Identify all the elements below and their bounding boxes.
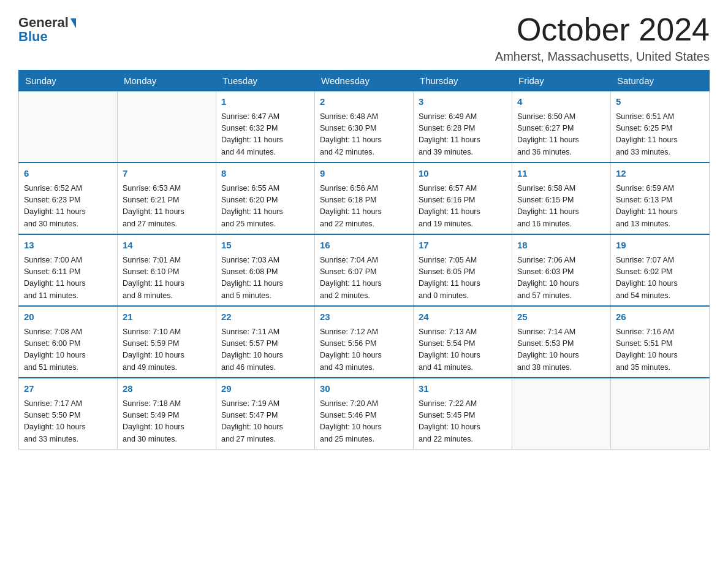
calendar-cell: 5Sunrise: 6:51 AMSunset: 6:25 PMDaylight… bbox=[611, 91, 710, 163]
logo: General Blue bbox=[18, 15, 76, 45]
weekday-header: Thursday bbox=[414, 71, 512, 91]
day-info: Sunrise: 6:53 AMSunset: 6:21 PMDaylight:… bbox=[123, 183, 211, 231]
calendar-week-row: 1Sunrise: 6:47 AMSunset: 6:32 PMDaylight… bbox=[19, 91, 710, 163]
calendar-cell: 7Sunrise: 6:53 AMSunset: 6:21 PMDaylight… bbox=[118, 163, 216, 234]
day-number: 4 bbox=[517, 95, 605, 109]
day-number: 25 bbox=[517, 310, 605, 324]
page-header: General Blue October 2024 Amherst, Massa… bbox=[18, 12, 710, 64]
calendar-cell: 2Sunrise: 6:48 AMSunset: 6:30 PMDaylight… bbox=[315, 91, 414, 163]
calendar-cell: 8Sunrise: 6:55 AMSunset: 6:20 PMDaylight… bbox=[216, 163, 315, 234]
day-number: 3 bbox=[419, 95, 507, 109]
day-info: Sunrise: 6:58 AMSunset: 6:15 PMDaylight:… bbox=[517, 183, 605, 231]
day-info: Sunrise: 7:01 AMSunset: 6:10 PMDaylight:… bbox=[123, 255, 211, 302]
calendar-cell: 3Sunrise: 6:49 AMSunset: 6:28 PMDaylight… bbox=[414, 91, 512, 163]
day-info: Sunrise: 6:47 AMSunset: 6:32 PMDaylight:… bbox=[221, 111, 309, 159]
day-info: Sunrise: 6:51 AMSunset: 6:25 PMDaylight:… bbox=[616, 111, 704, 159]
day-number: 15 bbox=[221, 239, 309, 253]
day-number: 31 bbox=[419, 382, 507, 396]
weekday-header: Wednesday bbox=[315, 71, 414, 91]
day-info: Sunrise: 6:50 AMSunset: 6:27 PMDaylight:… bbox=[517, 111, 605, 159]
day-number: 28 bbox=[123, 382, 211, 396]
day-number: 14 bbox=[123, 239, 211, 253]
day-number: 17 bbox=[419, 239, 507, 253]
day-info: Sunrise: 7:20 AMSunset: 5:46 PMDaylight:… bbox=[320, 398, 408, 446]
calendar-cell bbox=[611, 378, 710, 450]
day-number: 26 bbox=[616, 310, 704, 324]
calendar-cell: 23Sunrise: 7:12 AMSunset: 5:56 PMDayligh… bbox=[315, 306, 414, 378]
logo-general: General bbox=[18, 15, 76, 30]
calendar-cell: 9Sunrise: 6:56 AMSunset: 6:18 PMDaylight… bbox=[315, 163, 414, 234]
calendar-cell: 14Sunrise: 7:01 AMSunset: 6:10 PMDayligh… bbox=[118, 234, 216, 306]
day-info: Sunrise: 6:56 AMSunset: 6:18 PMDaylight:… bbox=[320, 183, 408, 231]
day-number: 11 bbox=[517, 167, 605, 181]
day-info: Sunrise: 7:13 AMSunset: 5:54 PMDaylight:… bbox=[419, 326, 507, 374]
day-info: Sunrise: 7:17 AMSunset: 5:50 PMDaylight:… bbox=[24, 398, 112, 446]
weekday-header: Saturday bbox=[611, 71, 710, 91]
day-number: 30 bbox=[320, 382, 408, 396]
day-number: 21 bbox=[123, 310, 211, 324]
day-info: Sunrise: 7:11 AMSunset: 5:57 PMDaylight:… bbox=[221, 326, 309, 374]
calendar-cell: 24Sunrise: 7:13 AMSunset: 5:54 PMDayligh… bbox=[414, 306, 512, 378]
day-info: Sunrise: 7:16 AMSunset: 5:51 PMDaylight:… bbox=[616, 326, 704, 374]
day-info: Sunrise: 7:19 AMSunset: 5:47 PMDaylight:… bbox=[221, 398, 309, 446]
day-info: Sunrise: 7:06 AMSunset: 6:03 PMDaylight:… bbox=[517, 255, 605, 302]
day-info: Sunrise: 6:55 AMSunset: 6:20 PMDaylight:… bbox=[221, 183, 309, 231]
day-number: 24 bbox=[419, 310, 507, 324]
day-info: Sunrise: 7:05 AMSunset: 6:05 PMDaylight:… bbox=[419, 255, 507, 302]
day-number: 19 bbox=[616, 239, 704, 253]
day-number: 5 bbox=[616, 95, 704, 109]
location-title: Amherst, Massachusetts, United States bbox=[495, 50, 710, 64]
calendar-cell: 12Sunrise: 6:59 AMSunset: 6:13 PMDayligh… bbox=[611, 163, 710, 234]
calendar-cell bbox=[19, 91, 118, 163]
calendar-cell bbox=[118, 91, 216, 163]
day-info: Sunrise: 6:57 AMSunset: 6:16 PMDaylight:… bbox=[419, 183, 507, 231]
weekday-header: Monday bbox=[118, 71, 216, 91]
calendar-week-row: 6Sunrise: 6:52 AMSunset: 6:23 PMDaylight… bbox=[19, 163, 710, 234]
calendar-cell: 19Sunrise: 7:07 AMSunset: 6:02 PMDayligh… bbox=[611, 234, 710, 306]
calendar-cell: 15Sunrise: 7:03 AMSunset: 6:08 PMDayligh… bbox=[216, 234, 315, 306]
calendar-cell: 17Sunrise: 7:05 AMSunset: 6:05 PMDayligh… bbox=[414, 234, 512, 306]
day-number: 6 bbox=[24, 167, 112, 181]
day-number: 13 bbox=[24, 239, 112, 253]
day-number: 27 bbox=[24, 382, 112, 396]
weekday-header: Sunday bbox=[19, 71, 118, 91]
day-info: Sunrise: 7:22 AMSunset: 5:45 PMDaylight:… bbox=[419, 398, 507, 446]
day-info: Sunrise: 7:07 AMSunset: 6:02 PMDaylight:… bbox=[616, 255, 704, 302]
month-title: October 2024 bbox=[495, 12, 710, 47]
day-info: Sunrise: 7:04 AMSunset: 6:07 PMDaylight:… bbox=[320, 255, 408, 302]
weekday-header: Tuesday bbox=[216, 71, 315, 91]
calendar-cell: 25Sunrise: 7:14 AMSunset: 5:53 PMDayligh… bbox=[512, 306, 611, 378]
day-number: 9 bbox=[320, 167, 408, 181]
calendar-cell: 28Sunrise: 7:18 AMSunset: 5:49 PMDayligh… bbox=[118, 378, 216, 450]
logo-blue: Blue bbox=[18, 29, 48, 45]
day-number: 23 bbox=[320, 310, 408, 324]
calendar-cell: 26Sunrise: 7:16 AMSunset: 5:51 PMDayligh… bbox=[611, 306, 710, 378]
calendar-week-row: 20Sunrise: 7:08 AMSunset: 6:00 PMDayligh… bbox=[19, 306, 710, 378]
calendar-cell: 18Sunrise: 7:06 AMSunset: 6:03 PMDayligh… bbox=[512, 234, 611, 306]
weekday-header: Friday bbox=[512, 71, 611, 91]
day-number: 1 bbox=[221, 95, 309, 109]
calendar-cell bbox=[512, 378, 611, 450]
calendar-cell: 30Sunrise: 7:20 AMSunset: 5:46 PMDayligh… bbox=[315, 378, 414, 450]
calendar-cell: 29Sunrise: 7:19 AMSunset: 5:47 PMDayligh… bbox=[216, 378, 315, 450]
day-number: 22 bbox=[221, 310, 309, 324]
calendar-cell: 27Sunrise: 7:17 AMSunset: 5:50 PMDayligh… bbox=[19, 378, 118, 450]
day-number: 7 bbox=[123, 167, 211, 181]
calendar-week-row: 27Sunrise: 7:17 AMSunset: 5:50 PMDayligh… bbox=[19, 378, 710, 450]
calendar-cell: 22Sunrise: 7:11 AMSunset: 5:57 PMDayligh… bbox=[216, 306, 315, 378]
day-number: 8 bbox=[221, 167, 309, 181]
calendar-table: SundayMondayTuesdayWednesdayThursdayFrid… bbox=[18, 70, 710, 450]
day-info: Sunrise: 7:18 AMSunset: 5:49 PMDaylight:… bbox=[123, 398, 211, 446]
calendar-cell: 21Sunrise: 7:10 AMSunset: 5:59 PMDayligh… bbox=[118, 306, 216, 378]
calendar-cell: 11Sunrise: 6:58 AMSunset: 6:15 PMDayligh… bbox=[512, 163, 611, 234]
day-number: 12 bbox=[616, 167, 704, 181]
calendar-cell: 31Sunrise: 7:22 AMSunset: 5:45 PMDayligh… bbox=[414, 378, 512, 450]
day-info: Sunrise: 7:00 AMSunset: 6:11 PMDaylight:… bbox=[24, 255, 112, 302]
day-info: Sunrise: 6:59 AMSunset: 6:13 PMDaylight:… bbox=[616, 183, 704, 231]
day-info: Sunrise: 6:48 AMSunset: 6:30 PMDaylight:… bbox=[320, 111, 408, 159]
day-number: 18 bbox=[517, 239, 605, 253]
calendar-week-row: 13Sunrise: 7:00 AMSunset: 6:11 PMDayligh… bbox=[19, 234, 710, 306]
day-info: Sunrise: 7:12 AMSunset: 5:56 PMDaylight:… bbox=[320, 326, 408, 374]
calendar-cell: 20Sunrise: 7:08 AMSunset: 6:00 PMDayligh… bbox=[19, 306, 118, 378]
calendar-cell: 10Sunrise: 6:57 AMSunset: 6:16 PMDayligh… bbox=[414, 163, 512, 234]
